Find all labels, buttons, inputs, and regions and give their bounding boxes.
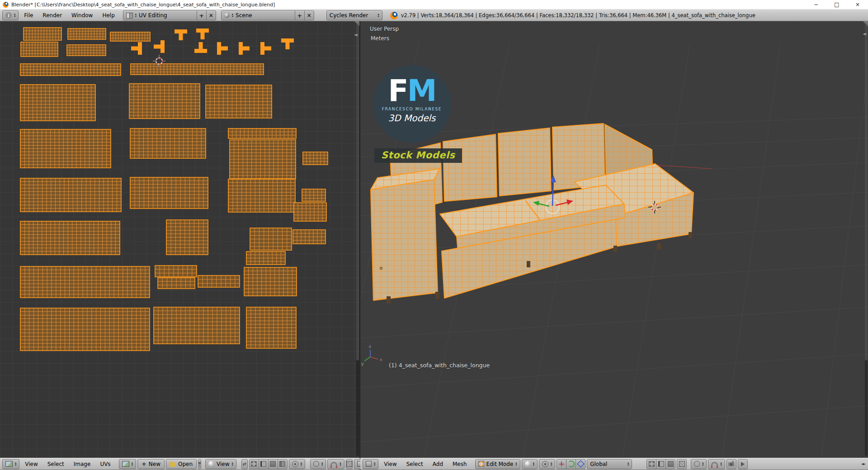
uv-island[interactable] <box>228 128 296 138</box>
image-datablock-browser[interactable] <box>119 459 136 469</box>
limit-selection-to-visible-toggle[interactable] <box>677 459 687 469</box>
screen-layout-selector[interactable]: UV Editing <box>123 10 197 20</box>
uv-island-small[interactable] <box>196 28 209 39</box>
v3d-menu-add[interactable]: Add <box>429 460 447 468</box>
uv-island[interactable] <box>20 178 121 212</box>
uv-island[interactable] <box>293 230 326 244</box>
uv-image-editor[interactable] <box>0 21 360 458</box>
uv-island-small[interactable] <box>281 38 294 49</box>
manipulator-rotate-button[interactable] <box>566 459 576 469</box>
manipulator-translate-button[interactable] <box>557 459 566 469</box>
uv-menu-uvs[interactable]: UVs <box>96 460 114 468</box>
close-button[interactable]: × <box>847 0 868 9</box>
uv-sticky-selection-selector[interactable] <box>289 459 305 469</box>
uv-island[interactable] <box>68 28 106 39</box>
uv-island[interactable] <box>20 85 95 121</box>
viewport-3d[interactable]: x y z User Persp Meters (1) 4_seat_sofa_… <box>360 21 868 458</box>
maximize-button[interactable]: □ <box>826 0 847 9</box>
uv-select-mode-island-button[interactable] <box>278 459 288 469</box>
uv-island[interactable] <box>294 203 326 221</box>
select-mode-edge-button[interactable] <box>656 459 666 469</box>
uv-island[interactable] <box>158 278 195 289</box>
opengl-render-animation-button[interactable] <box>738 459 748 469</box>
opengl-render-button[interactable] <box>726 459 736 469</box>
snap-selector[interactable] <box>327 459 344 469</box>
uv-island-small[interactable] <box>175 29 187 40</box>
scene-selector[interactable]: Scene <box>221 10 295 20</box>
uv-canvas[interactable] <box>0 21 360 458</box>
menu-file[interactable]: File <box>20 11 37 19</box>
uv-island[interactable] <box>246 307 296 348</box>
image-draw-repeat-toggle[interactable] <box>346 459 353 469</box>
uv-island[interactable] <box>21 42 58 57</box>
viewport-scrollbar[interactable] <box>865 22 868 456</box>
uv-select-mode-face-button[interactable] <box>268 459 278 469</box>
uv-island-small[interactable] <box>217 42 228 55</box>
transform-orientation-selector[interactable]: Global <box>587 459 632 469</box>
manipulator-scale-button[interactable] <box>576 459 585 469</box>
menu-help[interactable]: Help <box>98 11 118 19</box>
uv-vertical-scrollbar[interactable] <box>356 22 359 456</box>
editor-type-button-3dview[interactable] <box>363 459 378 469</box>
uv-island[interactable] <box>155 266 197 277</box>
pivot-point-selector[interactable] <box>539 459 555 469</box>
uv-island[interactable] <box>67 45 106 56</box>
uv-island[interactable] <box>20 221 120 255</box>
uv-island[interactable] <box>154 307 240 344</box>
uv-islands-layer[interactable] <box>20 28 328 351</box>
uv-island[interactable] <box>302 189 326 201</box>
uv-select-mode-edge-button[interactable] <box>259 459 269 469</box>
render-engine-selector[interactable]: Cycles Render <box>326 10 382 20</box>
uv-select-sync-toggle[interactable] <box>241 459 248 469</box>
uv-island[interactable] <box>131 64 264 75</box>
uv-island[interactable] <box>130 128 206 158</box>
uv-menu-view[interactable]: View <box>21 460 42 468</box>
select-mode-vertex-button[interactable] <box>646 459 656 469</box>
uv-island-small[interactable] <box>131 42 142 55</box>
header-overflow-arrows-icon[interactable] <box>861 462 866 466</box>
uv-island-small[interactable] <box>194 42 207 53</box>
proportional-edit-selector[interactable] <box>691 459 707 469</box>
delete-screen-layout-button[interactable] <box>206 10 216 20</box>
uv-island[interactable] <box>230 140 296 179</box>
scrollbar-thumb[interactable] <box>356 22 359 361</box>
snap-selector[interactable] <box>708 459 725 469</box>
new-image-button[interactable]: New <box>137 459 165 469</box>
uv-island[interactable] <box>110 32 150 41</box>
uv-island[interactable] <box>20 64 121 76</box>
uv-editor-mode-selector[interactable]: View <box>205 459 236 469</box>
open-image-button[interactable]: Open <box>166 459 197 469</box>
uv-island-small[interactable] <box>260 42 271 55</box>
uv-menu-select[interactable]: Select <box>43 460 68 468</box>
uv-island[interactable] <box>20 129 111 168</box>
uv-island[interactable] <box>166 220 208 255</box>
uv-island[interactable] <box>206 85 272 118</box>
uv-island[interactable] <box>246 252 285 265</box>
v3d-menu-mesh[interactable]: Mesh <box>448 460 471 468</box>
interaction-mode-selector[interactable]: Edit Mode <box>475 459 520 469</box>
uv-menu-image[interactable]: Image <box>70 460 95 468</box>
scrollbar-thumb[interactable] <box>865 22 868 361</box>
uv-island[interactable] <box>303 152 328 165</box>
uv-island[interactable] <box>244 267 297 296</box>
v3d-menu-view[interactable]: View <box>380 460 401 468</box>
uv-island[interactable] <box>24 28 61 40</box>
delete-scene-button[interactable] <box>304 10 314 20</box>
uv-island-small[interactable] <box>239 42 250 55</box>
uv-select-mode-vertex-button[interactable] <box>249 459 259 469</box>
uv-island[interactable] <box>20 266 150 298</box>
menu-render[interactable]: Render <box>38 11 66 19</box>
add-scene-button[interactable] <box>295 10 305 20</box>
editor-type-button-image[interactable] <box>2 459 19 469</box>
uv-island[interactable] <box>20 308 150 351</box>
uv-island[interactable] <box>198 275 240 287</box>
select-mode-face-button[interactable] <box>665 459 675 469</box>
proportional-edit-selector[interactable] <box>310 459 326 469</box>
v3d-menu-select[interactable]: Select <box>402 460 427 468</box>
uv-island[interactable] <box>130 177 208 209</box>
viewport-shading-selector[interactable] <box>522 459 538 469</box>
uv-island-small[interactable] <box>154 40 165 53</box>
editor-type-button-info[interactable] <box>2 10 19 20</box>
pin-image-button[interactable] <box>198 459 201 469</box>
uv-island[interactable] <box>250 228 292 250</box>
